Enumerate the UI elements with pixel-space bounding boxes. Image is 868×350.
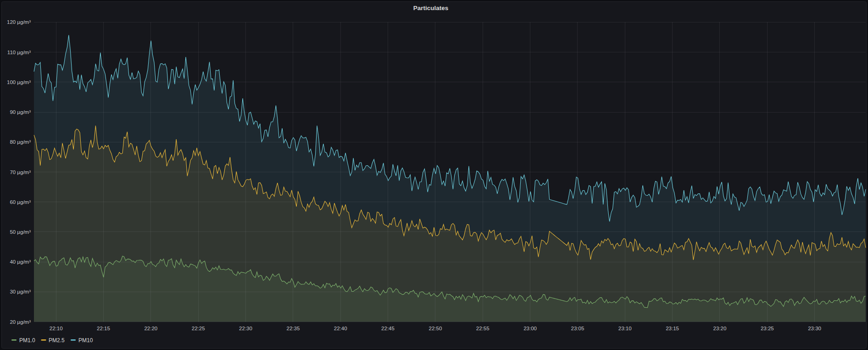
svg-text:22:55: 22:55 bbox=[476, 326, 490, 331]
svg-text:70 µg/m³: 70 µg/m³ bbox=[10, 169, 31, 175]
svg-text:80 µg/m³: 80 µg/m³ bbox=[10, 139, 31, 145]
svg-text:20 µg/m³: 20 µg/m³ bbox=[10, 319, 31, 325]
svg-text:23:15: 23:15 bbox=[666, 326, 679, 331]
svg-text:22:20: 22:20 bbox=[144, 326, 157, 331]
svg-text:PM10: PM10 bbox=[78, 337, 93, 344]
svg-text:60 µg/m³: 60 µg/m³ bbox=[10, 199, 31, 205]
svg-text:90 µg/m³: 90 µg/m³ bbox=[10, 109, 31, 115]
svg-text:22:45: 22:45 bbox=[381, 326, 395, 331]
svg-text:110 µg/m³: 110 µg/m³ bbox=[7, 50, 31, 55]
svg-text:23:30: 23:30 bbox=[808, 326, 821, 331]
svg-text:30 µg/m³: 30 µg/m³ bbox=[10, 289, 31, 294]
svg-text:22:25: 22:25 bbox=[192, 326, 205, 331]
svg-text:23:25: 23:25 bbox=[761, 326, 774, 331]
svg-text:22:35: 22:35 bbox=[287, 326, 300, 331]
svg-text:22:40: 22:40 bbox=[334, 326, 347, 331]
svg-text:23:10: 23:10 bbox=[618, 326, 632, 331]
svg-text:PM1.0: PM1.0 bbox=[19, 337, 35, 344]
svg-text:PM2.5: PM2.5 bbox=[49, 337, 65, 344]
svg-text:22:10: 22:10 bbox=[50, 326, 63, 331]
svg-text:23:05: 23:05 bbox=[571, 326, 584, 331]
svg-text:40 µg/m³: 40 µg/m³ bbox=[10, 259, 31, 265]
svg-text:22:50: 22:50 bbox=[429, 326, 442, 331]
svg-text:50 µg/m³: 50 µg/m³ bbox=[10, 229, 31, 235]
svg-text:23:20: 23:20 bbox=[713, 326, 727, 331]
svg-text:100 µg/m³: 100 µg/m³ bbox=[7, 79, 31, 85]
svg-text:Particulates: Particulates bbox=[413, 5, 449, 11]
svg-text:22:15: 22:15 bbox=[97, 326, 110, 331]
svg-text:120 µg/m³: 120 µg/m³ bbox=[7, 19, 31, 25]
svg-text:22:30: 22:30 bbox=[239, 326, 252, 331]
svg-text:23:00: 23:00 bbox=[523, 326, 537, 331]
